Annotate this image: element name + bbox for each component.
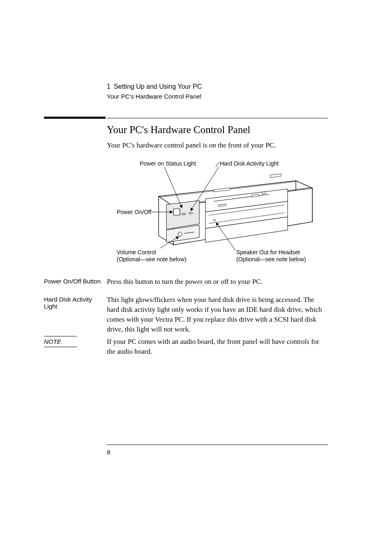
- definitions-block: Power On/Off Button Press this button to…: [44, 277, 328, 343]
- section-title: Your PC's Hardware Control Panel: [107, 124, 250, 136]
- svg-point-3: [182, 213, 186, 215]
- control-panel-diagram: Power on Status Light Hard Disk Activity…: [107, 156, 329, 266]
- manual-page: 1Setting Up and Using Your PC Your PC's …: [0, 0, 392, 555]
- chapter-line: 1Setting Up and Using Your PC: [107, 83, 202, 90]
- note-body: If your PC comes with an audio board, th…: [107, 336, 328, 357]
- definition-term: Hard Disk Activity Light: [44, 295, 107, 310]
- running-header: 1Setting Up and Using Your PC Your PC's …: [107, 83, 202, 100]
- svg-point-4: [189, 212, 193, 214]
- definition-body: This light glows/flickers when your hard…: [107, 295, 328, 334]
- svg-rect-8: [270, 174, 281, 177]
- chapter-number: 1: [107, 83, 111, 90]
- header-rule-thin: [107, 118, 328, 118]
- definition-body: Press this button to turn the power on o…: [107, 277, 328, 287]
- intro-text: Your PC's hardware control panel is on t…: [107, 141, 276, 150]
- chapter-title: Setting Up and Using Your PC: [114, 83, 202, 90]
- header-subsection: Your PC's Hardware Control Panel: [107, 93, 202, 100]
- note-block: NOTE If your PC comes with an audio boar…: [44, 336, 328, 357]
- svg-point-12: [214, 219, 216, 221]
- note-rule-bottom: [44, 347, 77, 347]
- definition-row: Hard Disk Activity Light This light glow…: [44, 295, 328, 334]
- header-rule-thick: [44, 117, 106, 119]
- pc-front-illustration: [107, 156, 329, 266]
- footer-rule: [107, 444, 328, 445]
- note-label-column: NOTE: [44, 336, 107, 357]
- svg-rect-2: [173, 209, 180, 215]
- note-rule-top: [44, 336, 77, 336]
- definition-row: Power On/Off Button Press this button to…: [44, 277, 328, 287]
- svg-point-5: [178, 232, 182, 236]
- definition-term: Power On/Off Button: [44, 277, 107, 285]
- svg-rect-15: [262, 192, 265, 194]
- note-label: NOTE: [44, 338, 107, 345]
- svg-line-17: [216, 162, 219, 167]
- page-number: 8: [107, 449, 110, 456]
